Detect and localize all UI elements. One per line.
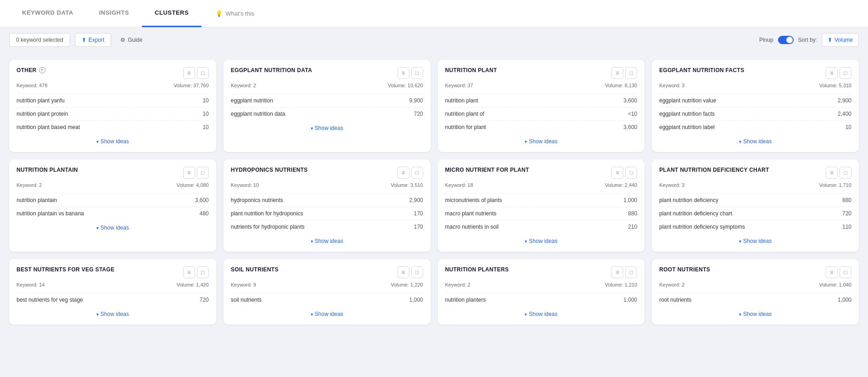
card-meta: Keyword: 2 Volume: 4,080	[17, 182, 209, 188]
list-view-button[interactable]: ≡	[183, 167, 195, 179]
keyword-term: soil nutrients	[231, 297, 262, 303]
guide-icon: ⚙	[120, 37, 125, 43]
grid-view-button[interactable]: □	[840, 266, 851, 278]
grid-view-button[interactable]: □	[411, 67, 423, 79]
grid-view-button[interactable]: □	[197, 266, 209, 278]
keyword-count: Keyword: 2	[231, 83, 256, 88]
list-view-button[interactable]: ≡	[398, 67, 409, 79]
keyword-row: root nutrients 1,000	[659, 293, 851, 306]
tab-keyword-data[interactable]: KEYWORD DATA	[9, 0, 86, 27]
grid-view-button[interactable]: □	[625, 167, 637, 179]
card-nutrition-planters: NUTRITION PLANTERS ≡ □ Keyword: 2 Volume…	[438, 259, 645, 325]
list-view-button[interactable]: ≡	[826, 167, 838, 179]
card-meta: Keyword: 3 Volume: 5,310	[659, 83, 851, 88]
card-title: ROOT NUTRIENTS	[659, 266, 710, 273]
grid-view-button[interactable]: □	[625, 266, 637, 278]
keyword-row: macro nutrients in soil 210	[445, 220, 638, 233]
keyword-term: nutrition for plant	[445, 124, 486, 130]
list-view-button[interactable]: ≡	[611, 67, 623, 79]
list-view-button[interactable]: ≡	[611, 266, 623, 278]
card-soil-nutrients: SOIL NUTRIENTS ≡ □ Keyword: 9 Volume: 1,…	[224, 259, 431, 325]
grid-view-button[interactable]: □	[411, 266, 423, 278]
keyword-volume: 10	[202, 111, 208, 117]
list-view-button[interactable]: ≡	[611, 167, 623, 179]
volume-count: Volume: 2,440	[605, 182, 637, 188]
volume-count: Volume: 5,310	[819, 83, 851, 88]
show-ideas-button[interactable]: ▾ Show ideas	[445, 238, 638, 244]
keyword-volume: 9,900	[409, 97, 423, 104]
card-title: EGGPLANT NUTRITION DATA	[231, 67, 312, 73]
card-title: HYDROPONICS NUTRIENTS	[231, 167, 308, 173]
keyword-count: Keyword: 18	[445, 182, 473, 188]
show-ideas-button[interactable]: ▾ Show ideas	[17, 138, 209, 145]
show-ideas-button[interactable]: ▾ Show ideas	[17, 225, 209, 231]
show-ideas-button[interactable]: ▾ Show ideas	[659, 311, 851, 317]
list-view-button[interactable]: ≡	[183, 67, 195, 79]
show-ideas-button[interactable]: ▾ Show ideas	[231, 125, 423, 131]
toolbar: 0 keyword selected ⬆ Export ⚙ Guide Pinu…	[0, 28, 868, 52]
card-title: MICRO NUTRIENT FOR PLANT	[445, 167, 529, 173]
list-view-button[interactable]: ≡	[826, 266, 838, 278]
card-nutrition-plant: NUTRITION PLANT ≡ □ Keyword: 37 Volume: …	[438, 60, 645, 152]
card-icons: ≡ □	[826, 266, 851, 278]
show-ideas-button[interactable]: ▾ Show ideas	[445, 311, 638, 317]
card-nutrition-plantain: NUTRITION PLANTAIN ≡ □ Keyword: 2 Volume…	[9, 159, 216, 252]
keyword-row: plant nutrition deficiency chart 720	[659, 207, 851, 220]
keyword-term: macro plant nutrients	[445, 210, 497, 217]
keyword-list: eggplant nutrition 9,900 eggplant nutrit…	[231, 94, 423, 120]
card-header: EGGPLANT NUTRITION FACTS ≡ □	[659, 67, 851, 79]
card-header: EGGPLANT NUTRITION DATA ≡ □	[231, 67, 423, 79]
show-ideas-label: Show ideas	[529, 138, 557, 145]
keyword-term: nutrition plant based meat	[17, 124, 80, 130]
keyword-term: nutrition plantain	[17, 197, 57, 203]
show-ideas-button[interactable]: ▾ Show ideas	[17, 311, 209, 317]
tab-insights[interactable]: INSIGHTS	[86, 0, 142, 27]
card-header: ROOT NUTRIENTS ≡ □	[659, 266, 851, 278]
grid-view-button[interactable]: □	[625, 67, 637, 79]
grid-view-button[interactable]: □	[840, 167, 851, 179]
grid-view-button[interactable]: □	[197, 67, 209, 79]
export-button[interactable]: ⬆ Export	[75, 33, 112, 47]
card-title: SOIL NUTRIENTS	[231, 266, 279, 273]
keyword-selected-button[interactable]: 0 keyword selected	[9, 33, 70, 47]
show-ideas-button[interactable]: ▾ Show ideas	[445, 138, 638, 145]
keyword-term: micronutrients of plants	[445, 197, 502, 203]
card-icons: ≡ □	[398, 67, 423, 79]
keyword-term: nutrition plant protein	[17, 111, 68, 117]
show-ideas-button[interactable]: ▾ Show ideas	[659, 238, 851, 244]
list-view-button[interactable]: ≡	[183, 266, 195, 278]
grid-view-button[interactable]: □	[840, 67, 851, 79]
keyword-list: soil nutrients 1,000	[231, 293, 423, 306]
show-ideas-button[interactable]: ▾ Show ideas	[231, 311, 423, 317]
keyword-row: plant nutrition deficiency 880	[659, 194, 851, 207]
guide-button[interactable]: ⚙ Guide	[116, 34, 147, 46]
grid-view-button[interactable]: □	[411, 167, 423, 179]
grid-view-button[interactable]: □	[197, 167, 209, 179]
volume-count: Volume: 1,710	[819, 182, 851, 188]
card-title: NUTRITION PLANTERS	[445, 266, 509, 273]
list-view-button[interactable]: ≡	[398, 167, 409, 179]
list-view-button[interactable]: ≡	[826, 67, 838, 79]
keyword-volume: <10	[628, 111, 637, 117]
keyword-term: nutrition plantain vs banana	[17, 210, 84, 217]
keyword-row: nutrition plantain 3,600	[17, 194, 209, 207]
info-icon[interactable]: ?	[39, 67, 45, 73]
card-header: MICRO NUTRIENT FOR PLANT ≡ □	[445, 167, 638, 179]
pinup-toggle[interactable]	[778, 36, 794, 44]
sort-volume-button[interactable]: ⬆ Volume	[822, 33, 859, 47]
card-icons: ≡ □	[611, 67, 637, 79]
card-plant-nutrition-deficiency-chart: PLANT NUTRITION DEFICIENCY CHART ≡ □ Key…	[652, 159, 859, 252]
chevron-down-icon: ▾	[739, 312, 741, 317]
volume-count: Volume: 1,210	[605, 282, 637, 287]
show-ideas-button[interactable]: ▾ Show ideas	[659, 138, 851, 145]
keyword-list: root nutrients 1,000	[659, 293, 851, 306]
show-ideas-button[interactable]: ▾ Show ideas	[231, 238, 423, 244]
tab-whats-this[interactable]: 💡 What's this	[211, 0, 259, 27]
sort-icon: ⬆	[828, 37, 832, 43]
keyword-volume: 3,600	[623, 124, 637, 130]
chevron-down-icon: ▾	[525, 139, 527, 144]
tab-clusters[interactable]: CLUSTERS	[142, 0, 202, 27]
card-title: BEST NUTRIENTS FOR VEG STAGE	[17, 266, 115, 273]
keyword-term: eggplant nutrition data	[231, 111, 286, 117]
list-view-button[interactable]: ≡	[398, 266, 409, 278]
